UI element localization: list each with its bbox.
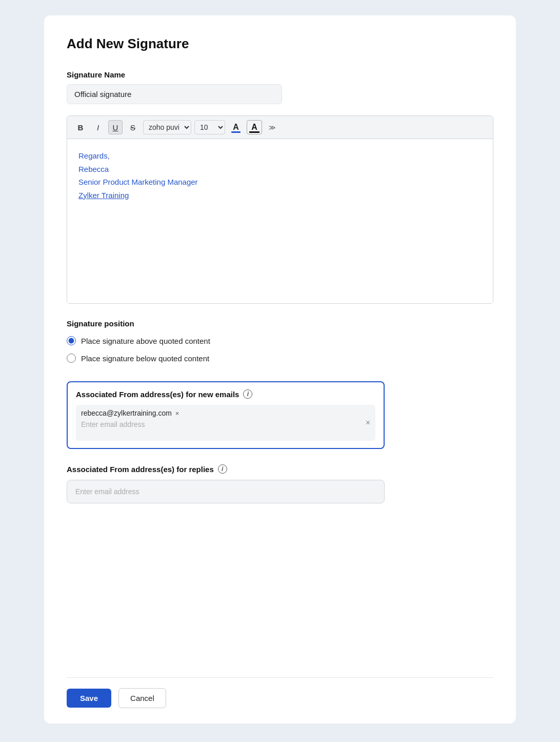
radio-below-input[interactable]: [67, 354, 76, 363]
signature-editor: B I U S zoho puvi 10 A A ≫ Regards, Rebe…: [67, 115, 493, 304]
signature-position-label: Signature position: [67, 319, 493, 328]
footer-bar: Save Cancel: [67, 677, 493, 724]
email-tag-row: rebecca@zylkertraining.com ×: [81, 409, 370, 417]
signature-position-section: Signature position Place signature above…: [67, 319, 493, 381]
associated-new-info-icon[interactable]: i: [243, 389, 252, 399]
font-color-letter: A: [233, 123, 239, 131]
page-title: Add New Signature: [67, 36, 493, 52]
highlight-button[interactable]: A: [247, 120, 262, 134]
sig-line-4[interactable]: Zylker Training: [78, 189, 482, 202]
editor-body[interactable]: Regards, Rebecca Senior Product Marketin…: [67, 139, 493, 303]
radio-below[interactable]: Place signature below quoted content: [67, 354, 493, 363]
save-button[interactable]: Save: [67, 689, 111, 708]
font-size-select[interactable]: 10: [194, 120, 225, 134]
associated-new-input-area[interactable]: rebecca@zylkertraining.com × Enter email…: [76, 405, 375, 441]
associated-new-label-row: Associated From address(es) for new emai…: [76, 389, 375, 399]
sig-line-2: Rebecca: [78, 163, 482, 176]
associated-new-placeholder: Enter email address: [81, 420, 370, 428]
associated-replies-label-row: Associated From address(es) for replies …: [67, 464, 493, 474]
highlight-letter: A: [251, 123, 257, 131]
signature-name-label: Signature Name: [67, 70, 493, 79]
main-card: Add New Signature Signature Name B I U S…: [44, 15, 516, 724]
radio-below-label: Place signature below quoted content: [81, 354, 209, 363]
associated-replies-label: Associated From address(es) for replies: [67, 465, 214, 474]
font-family-select[interactable]: zoho puvi: [143, 120, 191, 134]
email-tag-value: rebecca@zylkertraining.com: [81, 409, 172, 417]
radio-above-input[interactable]: [67, 336, 76, 345]
strikethrough-button[interactable]: S: [126, 120, 140, 134]
font-color-button[interactable]: A: [228, 120, 244, 134]
signature-name-section: Signature Name: [67, 70, 493, 115]
email-tag: rebecca@zylkertraining.com ×: [81, 409, 179, 417]
font-color-bar: [231, 131, 241, 133]
bold-button[interactable]: B: [73, 120, 88, 134]
radio-above-label: Place signature above quoted content: [81, 337, 210, 345]
underline-button[interactable]: U: [108, 120, 123, 134]
sig-line-3: Senior Product Marketing Manager: [78, 175, 482, 189]
radio-above[interactable]: Place signature above quoted content: [67, 336, 493, 345]
signature-name-input[interactable]: [67, 84, 282, 104]
sig-line-1: Regards,: [78, 149, 482, 163]
editor-toolbar: B I U S zoho puvi 10 A A ≫: [67, 116, 493, 139]
cancel-button[interactable]: Cancel: [118, 688, 166, 708]
associated-replies-section: Associated From address(es) for replies …: [67, 464, 493, 519]
more-options-button[interactable]: ≫: [265, 120, 279, 134]
radio-group: Place signature above quoted content Pla…: [67, 336, 493, 363]
italic-button[interactable]: I: [91, 120, 105, 134]
associated-new-label: Associated From address(es) for new emai…: [76, 390, 239, 399]
associated-new-box: Associated From address(es) for new emai…: [67, 381, 385, 449]
associated-new-section: Associated From address(es) for new emai…: [67, 381, 493, 464]
email-tag-remove[interactable]: ×: [175, 409, 179, 417]
associated-replies-info-icon[interactable]: i: [218, 464, 227, 474]
clear-all-button[interactable]: ×: [366, 418, 370, 427]
associated-replies-input-area[interactable]: Enter email address: [67, 480, 385, 503]
highlight-bar: [249, 131, 259, 133]
associated-replies-placeholder: Enter email address: [75, 487, 376, 496]
